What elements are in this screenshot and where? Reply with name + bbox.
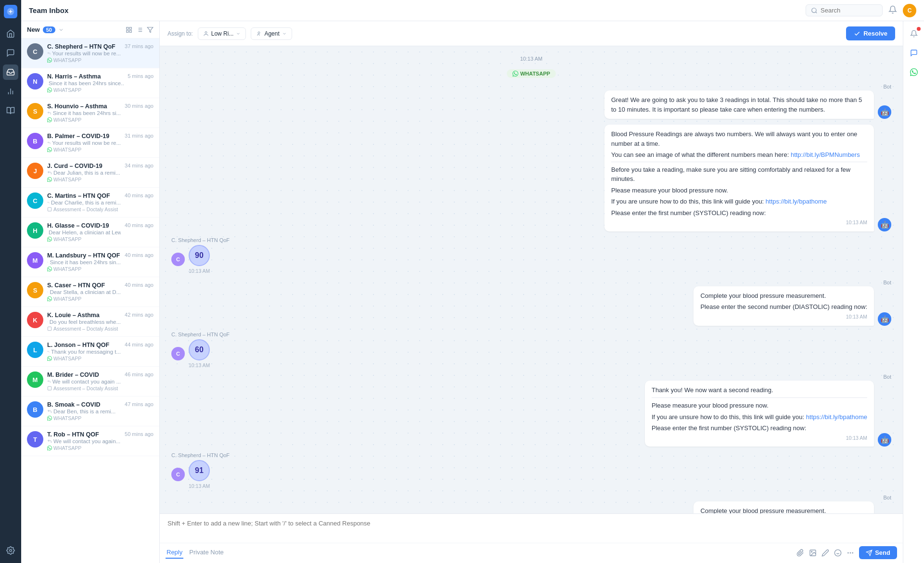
list-item[interactable]: K K. Louie – Asthma Do you feel breathle… bbox=[21, 307, 159, 337]
search-icon bbox=[811, 7, 818, 14]
user-avatar[interactable]: C bbox=[903, 4, 916, 17]
bot-message-1: Great! We are going to ask you to take 3… bbox=[604, 90, 874, 119]
send-button[interactable]: Send bbox=[859, 546, 897, 559]
conv-info: C. Martins – HTN QOF Dear Charlie, this … bbox=[47, 192, 121, 212]
svg-point-30 bbox=[848, 552, 848, 553]
chevron-down-agent-icon bbox=[282, 31, 287, 36]
chat-input-toolbar: Reply Private Note Send bbox=[160, 543, 903, 563]
avatar: C bbox=[27, 192, 43, 209]
list-item[interactable]: L L. Jonson – HTN QOF Thank you for mess… bbox=[21, 337, 159, 367]
list-item[interactable]: B B. Palmer – COVID-19 Your results will… bbox=[21, 128, 159, 158]
conv-source: Assessment – Doctaly Assist bbox=[47, 385, 121, 391]
search-input[interactable] bbox=[821, 7, 869, 14]
conv-preview: Your results will now be re... bbox=[47, 51, 121, 56]
chat-input-area: Reply Private Note Send bbox=[160, 513, 903, 563]
bot-avatar-3: 🤖 bbox=[878, 312, 891, 326]
conv-info: J. Curd – COVID-19 Dear Julian, this is … bbox=[47, 163, 121, 182]
image-icon[interactable] bbox=[809, 549, 817, 557]
svg-rect-8 bbox=[129, 27, 131, 29]
conv-info: B. Palmer – COVID-19 Your results will n… bbox=[47, 133, 121, 153]
assign-agent-btn[interactable]: Agent bbox=[251, 27, 292, 40]
svg-line-6 bbox=[816, 12, 817, 13]
search-box[interactable] bbox=[806, 4, 883, 16]
page-title: Team Inbox bbox=[29, 6, 800, 14]
chat-input-box bbox=[160, 514, 903, 543]
chevron-down-icon[interactable] bbox=[58, 27, 64, 33]
right-sidebar-notification[interactable] bbox=[906, 26, 922, 41]
whatsapp-badge: WHATSAPP bbox=[507, 69, 556, 78]
conv-source: WHATSAPP bbox=[47, 266, 121, 272]
list-item[interactable]: T T. Rob – HTN QOF We will contact you a… bbox=[21, 426, 159, 456]
bot-label-5: Bot bbox=[883, 495, 891, 500]
conv-name: S. Hounvio – Asthma bbox=[47, 103, 121, 110]
conv-source: Assessment – Doctaly Assist bbox=[47, 206, 121, 212]
bpathome-link-1[interactable]: https://bit.ly/bpathome bbox=[766, 198, 827, 205]
right-sidebar-chat[interactable] bbox=[906, 45, 922, 61]
message-input[interactable] bbox=[167, 520, 895, 534]
list-item[interactable]: M M. Brider – COVID We will contact you … bbox=[21, 367, 159, 397]
conv-name: M. Landsbury – HTN QOF bbox=[47, 252, 121, 259]
more-icon[interactable] bbox=[847, 549, 854, 557]
svg-marker-17 bbox=[147, 27, 153, 32]
bot-message-4-time: 10:13 AM bbox=[652, 435, 867, 442]
right-sidebar-whatsapp[interactable] bbox=[906, 64, 922, 80]
resolve-button[interactable]: Resolve bbox=[846, 26, 895, 40]
tab-private-note[interactable]: Private Note bbox=[188, 547, 225, 559]
conv-name: S. Caser – HTN QOF bbox=[47, 282, 121, 289]
conv-info: T. Rob – HTN QOF We will contact you aga… bbox=[47, 431, 121, 451]
list-item[interactable]: J J. Curd – COVID-19 Dear Julian, this i… bbox=[21, 158, 159, 188]
nav-icon-knowledge[interactable] bbox=[3, 103, 18, 118]
conv-time: 30 mins ago bbox=[125, 103, 154, 109]
conv-source: Assessment – Doctaly Assist bbox=[47, 326, 121, 332]
avatar: L bbox=[27, 342, 43, 358]
list-icon[interactable] bbox=[136, 26, 143, 33]
filter-icon[interactable] bbox=[147, 26, 154, 33]
whatsapp-sidebar-icon bbox=[910, 68, 918, 76]
nav-icon-home[interactable] bbox=[3, 26, 18, 41]
conv-info: H. Glasse – COVID-19 Dear Helen, a clini… bbox=[47, 222, 121, 242]
grid-icon[interactable] bbox=[126, 26, 132, 33]
bpm-link[interactable]: http://bit.ly/BPMNumbers bbox=[791, 151, 860, 158]
nav-icon-inbox[interactable] bbox=[3, 64, 18, 80]
list-item[interactable]: S S. Caser – HTN QOF Dear Stella, a clin… bbox=[21, 277, 159, 307]
list-item[interactable]: B B. Smoak – COVID Dear Ben, this is a r… bbox=[21, 397, 159, 426]
conv-preview: Dear Ben, this is a remi... bbox=[47, 409, 121, 414]
notification-bell[interactable] bbox=[888, 5, 897, 15]
user-bubble-wrap-2: C 60 bbox=[171, 339, 210, 360]
bot-label-4: Bot bbox=[883, 374, 891, 380]
list-item[interactable]: S S. Hounvio – Asthma Since it has been … bbox=[21, 98, 159, 128]
bpathome-link-2[interactable]: https://bit.ly/bpathome bbox=[806, 413, 867, 421]
attachment-icon[interactable] bbox=[796, 549, 804, 557]
conv-info: C. Shepherd – HTN QoF Your results will … bbox=[47, 43, 121, 63]
list-item[interactable]: H H. Glasse – COVID-19 Dear Helen, a cli… bbox=[21, 218, 159, 247]
emoji-icon[interactable] bbox=[834, 549, 842, 557]
user-message-block-2: C. Shepherd – HTN QoF C 60 10:13 AM bbox=[171, 332, 230, 368]
message-row-bot-2: Blood Pressure Readings are always two n… bbox=[171, 125, 891, 231]
conv-info: L. Jonson – HTN QOF Thank you for messag… bbox=[47, 342, 121, 361]
tab-reply[interactable]: Reply bbox=[166, 547, 183, 559]
svg-point-21 bbox=[205, 31, 207, 33]
list-item[interactable]: N N. Harris – Asthma Since it has been 2… bbox=[21, 68, 159, 98]
user-name-3: C. Shepherd – HTN QoF bbox=[171, 452, 230, 458]
check-icon bbox=[854, 30, 860, 37]
assign-to-label: Assign to: bbox=[167, 30, 193, 37]
nav-icon-settings[interactable] bbox=[3, 543, 18, 558]
conv-time: 40 mins ago bbox=[125, 252, 154, 258]
conv-preview: Dear Charlie, this is a remi... bbox=[47, 200, 121, 205]
assign-low-ri-btn[interactable]: Low Ri... bbox=[198, 27, 246, 40]
signature-icon[interactable] bbox=[821, 549, 829, 557]
avatar: B bbox=[27, 133, 43, 149]
bot-message-4: Thank you! We now want a second reading.… bbox=[645, 381, 874, 447]
nav-icon-conversations[interactable] bbox=[3, 45, 18, 61]
conv-preview: We will contact you again... bbox=[47, 438, 121, 444]
conv-name: T. Rob – HTN QOF bbox=[47, 431, 121, 438]
list-item[interactable]: C C. Shepherd – HTN QoF Your results wil… bbox=[21, 38, 159, 68]
conv-time: 5 mins ago bbox=[128, 73, 154, 79]
nav-icon-reports[interactable] bbox=[3, 84, 18, 99]
conv-time: 40 mins ago bbox=[125, 282, 154, 288]
avatar: H bbox=[27, 222, 43, 239]
list-item[interactable]: C C. Martins – HTN QOF Dear Charlie, thi… bbox=[21, 188, 159, 218]
nav-sidebar bbox=[0, 0, 21, 563]
app-logo[interactable] bbox=[4, 5, 17, 18]
list-item[interactable]: M M. Landsbury – HTN QOF Since it has be… bbox=[21, 247, 159, 277]
